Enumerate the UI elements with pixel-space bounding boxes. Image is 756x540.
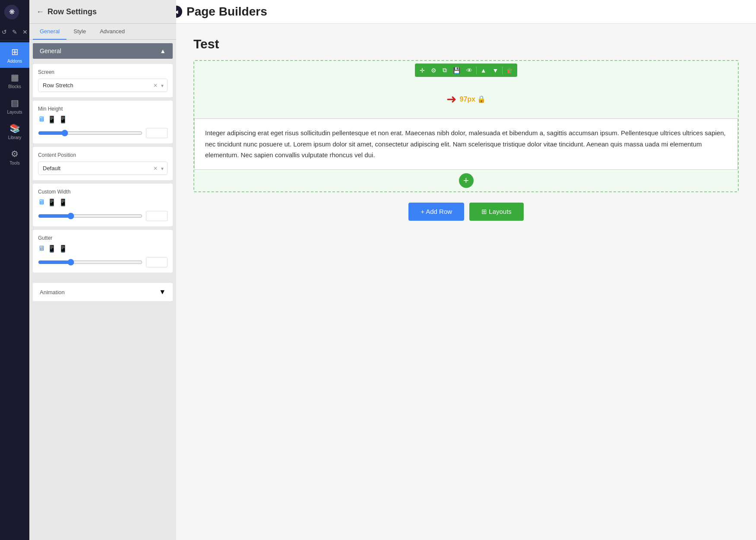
collapse-panel-button[interactable]: ◀ [176,6,182,18]
main-area: ◀ Page Builders Test ✛ ⚙ ⧉ 💾 👁 ▲ [176,0,756,540]
row-save-button[interactable]: 💾 [451,66,462,75]
min-height-label: Min Height [38,106,168,112]
desktop-icon-customwidth[interactable]: 🖥 [38,198,45,206]
row-toolbar-inner: ✛ ⚙ ⧉ 💾 👁 ▲ ▼ 🗑 [415,64,518,77]
min-height-slider-row [38,128,168,138]
custom-width-label: Custom Width [38,189,168,195]
device-icons-customwidth: 🖥 📱 📱 [38,198,168,206]
mobile-icon-minheight[interactable]: 📱 [59,115,67,124]
collapse-icon: ▲ [160,48,166,54]
device-icons-gutter: 🖥 📱 📱 [38,245,168,253]
bottom-buttons: + Add Row ⊞ Layouts [193,203,739,221]
top-action-bar: ↺ ✎ ✕ [0,24,29,41]
content-position-clear-icon[interactable]: ✕ [153,165,158,172]
screen-field: Screen Row Stretch Full Width Boxed ✕ ▼ [33,64,173,97]
blocks-icon: ▦ [11,72,19,83]
general-section-title: General [40,48,61,54]
settings-panel: ← Row Settings General Style Advanced Ge… [29,0,176,540]
section-content: Screen Row Stretch Full Width Boxed ✕ ▼ … [29,60,176,280]
row-drag-area: ➜ 97px 🔒 [194,79,738,118]
content-position-select[interactable]: Default Top Middle Bottom [38,162,167,175]
select-clear-icon[interactable]: ✕ [153,83,158,89]
library-label: Library [8,135,22,140]
custom-width-value[interactable] [146,211,168,221]
general-section-header[interactable]: General ▲ [33,43,173,59]
undo-button[interactable]: ↺ [0,27,8,37]
row-toolbar: ✛ ⚙ ⧉ 💾 👁 ▲ ▼ 🗑 [194,61,738,79]
height-indicator: ➜ 97px 🔒 [446,92,486,106]
gutter-field: Gutter 🖥 📱 📱 [33,230,173,273]
content-position-field: Content Position Default Top Middle Bott… [33,147,173,180]
layouts-label: Layouts [7,110,22,114]
layouts-icon: ▤ [11,98,19,108]
toolbar-divider [476,67,477,74]
sidebar-item-library[interactable]: 📚 Library [0,119,29,144]
row-move-up-button[interactable]: ▲ [478,66,489,75]
sidebar-item-blocks[interactable]: ▦ Blocks [0,68,29,93]
tablet-icon-minheight[interactable]: 📱 [47,115,56,124]
layouts-button[interactable]: ⊞ Layouts [469,203,524,221]
arrow-right-icon: ➜ [446,92,456,106]
content-position-select-wrapper: Default Top Middle Bottom ✕ ▼ [38,162,168,175]
screen-select[interactable]: Row Stretch Full Width Boxed [38,79,167,92]
row-settings-button[interactable]: ⚙ [429,66,439,75]
min-height-slider[interactable] [38,130,142,137]
row-content-text: Integer adipiscing erat eget risus solli… [205,127,727,161]
main-header: ◀ Page Builders [176,0,756,24]
device-icons-minheight: 🖥 📱 📱 [38,115,168,124]
custom-width-slider-row [38,211,168,221]
add-column-button[interactable]: + [459,173,474,188]
content-position-label: Content Position [38,152,168,158]
gutter-value[interactable] [146,257,168,267]
tools-icon: ⚙ [11,149,19,159]
sidebar-item-addons[interactable]: ⊞ Addons [0,42,29,68]
animation-label: Animation [40,289,65,295]
animation-section[interactable]: Animation ▼ [33,283,173,301]
panel-tabs: General Style Advanced [29,24,176,40]
row-move-down-button[interactable]: ▼ [490,66,501,75]
tab-advanced[interactable]: Advanced [93,24,132,40]
custom-width-field: Custom Width 🖥 📱 📱 [33,184,173,226]
mobile-icon-gutter[interactable]: 📱 [59,245,67,253]
custom-width-slider[interactable] [38,213,142,219]
main-header-title: Page Builders [187,5,267,19]
gutter-slider[interactable] [38,259,142,266]
back-button[interactable]: ← [36,7,44,16]
tab-style[interactable]: Style [66,24,93,40]
row-delete-button[interactable]: 🗑 [504,66,515,75]
row-copy-button[interactable]: ⧉ [440,65,449,75]
row-visibility-button[interactable]: 👁 [464,66,474,75]
add-row-button[interactable]: + Add Row [408,203,464,221]
row-move-button[interactable]: ✛ [418,66,427,75]
panel-header: ← Row Settings [29,0,176,24]
min-height-value[interactable] [146,128,168,138]
main-content: Test ✛ ⚙ ⧉ 💾 👁 ▲ ▼ 🗑 [176,24,756,540]
desktop-icon-minheight[interactable]: 🖥 [38,115,45,124]
gutter-label: Gutter [38,235,168,241]
height-value: 97px 🔒 [460,95,486,103]
sidebar-item-layouts[interactable]: ▤ Layouts [0,93,29,119]
panel-title: Row Settings [47,7,97,16]
addons-label: Addons [7,59,22,64]
row-container: ✛ ⚙ ⧉ 💾 👁 ▲ ▼ 🗑 ➜ [193,60,739,192]
screen-select-wrapper: Row Stretch Full Width Boxed ✕ ▼ [38,79,168,92]
blocks-label: Blocks [8,84,21,89]
tablet-icon-gutter[interactable]: 📱 [47,245,56,253]
sidebar-nav: ⊞ Addons ▦ Blocks ▤ Layouts 📚 Library ⚙ … [0,41,29,170]
close-button[interactable]: ✕ [21,27,29,37]
gutter-slider-row [38,257,168,267]
app-logo: ❋ [4,5,19,19]
screen-label: Screen [38,69,168,75]
tab-general[interactable]: General [33,24,66,40]
row-content-area: Integer adipiscing erat eget risus solli… [194,118,738,170]
library-icon: 📚 [9,123,20,133]
mobile-icon-customwidth[interactable]: 📱 [59,198,67,206]
addons-icon: ⊞ [11,47,19,57]
edit-button[interactable]: ✎ [11,27,19,37]
desktop-icon-gutter[interactable]: 🖥 [38,245,45,253]
page-title: Test [193,37,739,51]
tablet-icon-customwidth[interactable]: 📱 [47,198,56,206]
tools-label: Tools [9,161,19,165]
min-height-field: Min Height 🖥 📱 📱 [33,101,173,143]
sidebar-item-tools[interactable]: ⚙ Tools [0,144,29,170]
